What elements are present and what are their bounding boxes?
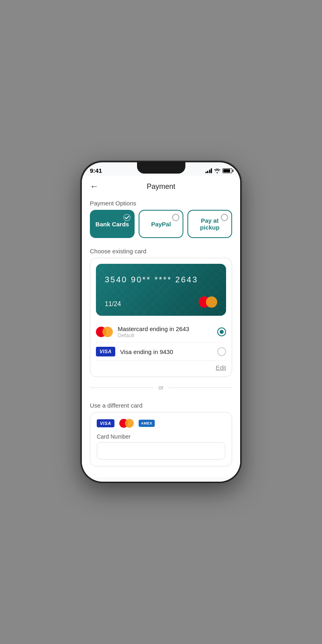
mastercard-radio[interactable] (217, 327, 226, 336)
status-icons (206, 168, 233, 173)
diff-card-label: Use a different card (82, 398, 240, 412)
or-divider: or (82, 377, 240, 398)
visa-info: Visa ending in 9430 (120, 348, 217, 355)
mastercard-radio-inner (220, 330, 224, 334)
visa-brand-icon: VISA (96, 347, 115, 356)
bank-cards-radio (123, 214, 131, 221)
payment-option-paypal[interactable]: PayPal (139, 210, 183, 238)
visa-name: Visa ending in 9430 (120, 348, 217, 355)
existing-card-section: 3540 90** **** 2643 11/24 (90, 258, 232, 377)
status-bar: 9:41 (82, 162, 240, 176)
visa-accepted-icon: VISA (97, 419, 114, 427)
paypal-radio (172, 214, 179, 221)
svg-point-0 (124, 214, 130, 221)
card-list-item-mastercard[interactable]: Mastercard ending in 2643 Default (96, 321, 226, 343)
mastercard-accepted-icon (119, 419, 134, 428)
diff-card-section: VISA AMEX Card Number (90, 412, 232, 466)
mastercard-name: Mastercard ending in 2643 (118, 325, 217, 332)
phone-screen: 9:41 ← Payment (82, 162, 240, 482)
page-title: Payment (147, 182, 175, 191)
edit-link[interactable]: Edit (96, 361, 226, 371)
paypal-label: PayPal (151, 221, 171, 228)
card-number-input[interactable] (97, 442, 225, 460)
pay-at-pickup-radio (221, 214, 228, 221)
or-line-left (90, 387, 154, 388)
screen-content: ← Payment Payment Options Bank Cards (82, 176, 240, 477)
card-list-item-visa[interactable]: VISA Visa ending in 9430 (96, 343, 226, 361)
visa-badge: VISA (96, 347, 115, 356)
amex-accepted-icon: AMEX (139, 420, 155, 427)
card-pattern (96, 264, 226, 316)
card-visual: 3540 90** **** 2643 11/24 (96, 264, 226, 316)
bank-cards-label: Bank Cards (96, 221, 129, 228)
or-line-right (168, 387, 232, 388)
status-time: 9:41 (90, 167, 102, 174)
visa-radio[interactable] (217, 347, 226, 356)
payment-options-label: Payment Options (82, 196, 240, 210)
mastercard-brand-icon (96, 327, 113, 337)
mc-orange-circle (206, 296, 217, 308)
payment-option-bank-cards[interactable]: Bank Cards (90, 210, 135, 238)
card-number-label: Card Number (97, 433, 225, 440)
card-logos-row: VISA AMEX (97, 419, 225, 428)
signal-icon (206, 168, 212, 173)
mastercard-default: Default (118, 332, 217, 338)
phone-frame: 9:41 ← Payment (81, 161, 241, 483)
payment-options: Bank Cards PayPal Pay at pickup (82, 210, 240, 244)
battery-icon (222, 168, 232, 173)
back-button[interactable]: ← (90, 181, 99, 192)
or-label: or (158, 384, 163, 391)
wifi-icon (214, 168, 220, 173)
payment-option-pay-at-pickup[interactable]: Pay at pickup (187, 210, 232, 238)
existing-card-label: Choose existing card (82, 244, 240, 258)
mastercard-info: Mastercard ending in 2643 Default (118, 325, 217, 338)
header: ← Payment (82, 176, 240, 196)
